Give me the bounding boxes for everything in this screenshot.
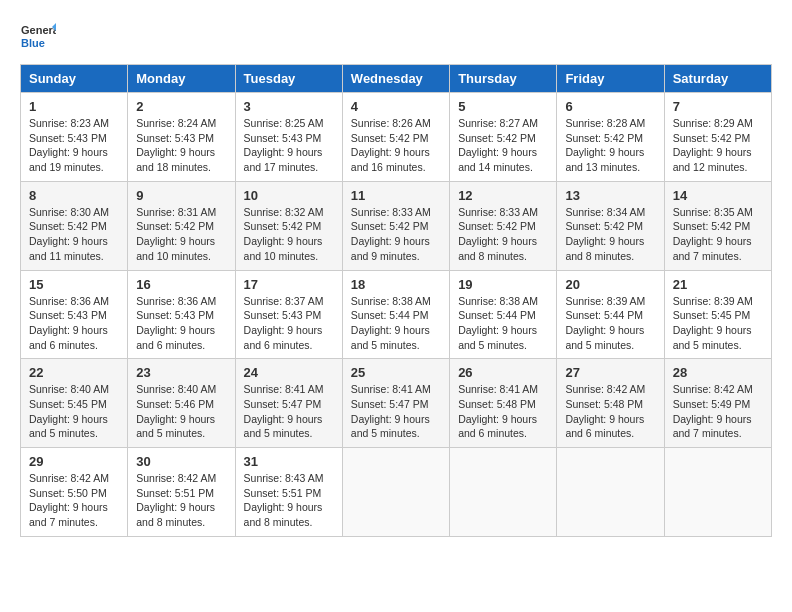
- weekday-header-row: SundayMondayTuesdayWednesdayThursdayFrid…: [21, 65, 772, 93]
- day-info: Sunrise: 8:42 AMSunset: 5:51 PMDaylight:…: [136, 472, 216, 528]
- calendar-day-cell: 7 Sunrise: 8:29 AMSunset: 5:42 PMDayligh…: [664, 93, 771, 182]
- weekday-header: Friday: [557, 65, 664, 93]
- weekday-header: Saturday: [664, 65, 771, 93]
- day-info: Sunrise: 8:42 AMSunset: 5:48 PMDaylight:…: [565, 383, 645, 439]
- day-info: Sunrise: 8:29 AMSunset: 5:42 PMDaylight:…: [673, 117, 753, 173]
- day-number: 31: [244, 454, 334, 469]
- day-number: 22: [29, 365, 119, 380]
- calendar-day-cell: 19 Sunrise: 8:38 AMSunset: 5:44 PMDaylig…: [450, 270, 557, 359]
- day-info: Sunrise: 8:33 AMSunset: 5:42 PMDaylight:…: [351, 206, 431, 262]
- day-number: 1: [29, 99, 119, 114]
- day-info: Sunrise: 8:43 AMSunset: 5:51 PMDaylight:…: [244, 472, 324, 528]
- weekday-header: Tuesday: [235, 65, 342, 93]
- calendar-day-cell: 24 Sunrise: 8:41 AMSunset: 5:47 PMDaylig…: [235, 359, 342, 448]
- day-number: 18: [351, 277, 441, 292]
- day-info: Sunrise: 8:33 AMSunset: 5:42 PMDaylight:…: [458, 206, 538, 262]
- calendar-day-cell: 20 Sunrise: 8:39 AMSunset: 5:44 PMDaylig…: [557, 270, 664, 359]
- page-header: General Blue: [20, 20, 772, 56]
- day-info: Sunrise: 8:37 AMSunset: 5:43 PMDaylight:…: [244, 295, 324, 351]
- day-number: 19: [458, 277, 548, 292]
- day-number: 28: [673, 365, 763, 380]
- calendar-day-cell: 28 Sunrise: 8:42 AMSunset: 5:49 PMDaylig…: [664, 359, 771, 448]
- day-number: 17: [244, 277, 334, 292]
- calendar-day-cell: 25 Sunrise: 8:41 AMSunset: 5:47 PMDaylig…: [342, 359, 449, 448]
- day-info: Sunrise: 8:32 AMSunset: 5:42 PMDaylight:…: [244, 206, 324, 262]
- calendar-day-cell: 14 Sunrise: 8:35 AMSunset: 5:42 PMDaylig…: [664, 181, 771, 270]
- calendar-day-cell: 29 Sunrise: 8:42 AMSunset: 5:50 PMDaylig…: [21, 448, 128, 537]
- calendar-day-cell: 4 Sunrise: 8:26 AMSunset: 5:42 PMDayligh…: [342, 93, 449, 182]
- calendar-day-cell: 3 Sunrise: 8:25 AMSunset: 5:43 PMDayligh…: [235, 93, 342, 182]
- calendar-week-row: 8 Sunrise: 8:30 AMSunset: 5:42 PMDayligh…: [21, 181, 772, 270]
- day-number: 12: [458, 188, 548, 203]
- calendar-day-cell: 30 Sunrise: 8:42 AMSunset: 5:51 PMDaylig…: [128, 448, 235, 537]
- day-info: Sunrise: 8:38 AMSunset: 5:44 PMDaylight:…: [458, 295, 538, 351]
- day-number: 20: [565, 277, 655, 292]
- calendar-day-cell: 6 Sunrise: 8:28 AMSunset: 5:42 PMDayligh…: [557, 93, 664, 182]
- svg-text:General: General: [21, 24, 56, 36]
- day-number: 14: [673, 188, 763, 203]
- calendar-table: SundayMondayTuesdayWednesdayThursdayFrid…: [20, 64, 772, 537]
- day-number: 25: [351, 365, 441, 380]
- weekday-header: Monday: [128, 65, 235, 93]
- day-number: 24: [244, 365, 334, 380]
- calendar-day-cell: 21 Sunrise: 8:39 AMSunset: 5:45 PMDaylig…: [664, 270, 771, 359]
- weekday-header: Wednesday: [342, 65, 449, 93]
- day-number: 9: [136, 188, 226, 203]
- day-info: Sunrise: 8:41 AMSunset: 5:47 PMDaylight:…: [244, 383, 324, 439]
- calendar-day-cell: 31 Sunrise: 8:43 AMSunset: 5:51 PMDaylig…: [235, 448, 342, 537]
- calendar-day-cell: 1 Sunrise: 8:23 AMSunset: 5:43 PMDayligh…: [21, 93, 128, 182]
- calendar-day-cell: 27 Sunrise: 8:42 AMSunset: 5:48 PMDaylig…: [557, 359, 664, 448]
- day-info: Sunrise: 8:31 AMSunset: 5:42 PMDaylight:…: [136, 206, 216, 262]
- day-info: Sunrise: 8:41 AMSunset: 5:48 PMDaylight:…: [458, 383, 538, 439]
- calendar-day-cell: 18 Sunrise: 8:38 AMSunset: 5:44 PMDaylig…: [342, 270, 449, 359]
- calendar-day-cell: [664, 448, 771, 537]
- calendar-week-row: 29 Sunrise: 8:42 AMSunset: 5:50 PMDaylig…: [21, 448, 772, 537]
- day-info: Sunrise: 8:36 AMSunset: 5:43 PMDaylight:…: [29, 295, 109, 351]
- logo-icon: General Blue: [20, 20, 56, 56]
- day-info: Sunrise: 8:23 AMSunset: 5:43 PMDaylight:…: [29, 117, 109, 173]
- day-number: 2: [136, 99, 226, 114]
- calendar-day-cell: 13 Sunrise: 8:34 AMSunset: 5:42 PMDaylig…: [557, 181, 664, 270]
- svg-text:Blue: Blue: [21, 37, 45, 49]
- day-number: 21: [673, 277, 763, 292]
- calendar-week-row: 22 Sunrise: 8:40 AMSunset: 5:45 PMDaylig…: [21, 359, 772, 448]
- day-info: Sunrise: 8:39 AMSunset: 5:45 PMDaylight:…: [673, 295, 753, 351]
- day-number: 26: [458, 365, 548, 380]
- day-info: Sunrise: 8:26 AMSunset: 5:42 PMDaylight:…: [351, 117, 431, 173]
- day-info: Sunrise: 8:25 AMSunset: 5:43 PMDaylight:…: [244, 117, 324, 173]
- day-info: Sunrise: 8:40 AMSunset: 5:46 PMDaylight:…: [136, 383, 216, 439]
- calendar-day-cell: 2 Sunrise: 8:24 AMSunset: 5:43 PMDayligh…: [128, 93, 235, 182]
- day-info: Sunrise: 8:41 AMSunset: 5:47 PMDaylight:…: [351, 383, 431, 439]
- calendar-day-cell: 12 Sunrise: 8:33 AMSunset: 5:42 PMDaylig…: [450, 181, 557, 270]
- day-number: 15: [29, 277, 119, 292]
- day-info: Sunrise: 8:36 AMSunset: 5:43 PMDaylight:…: [136, 295, 216, 351]
- weekday-header: Sunday: [21, 65, 128, 93]
- day-number: 11: [351, 188, 441, 203]
- day-info: Sunrise: 8:27 AMSunset: 5:42 PMDaylight:…: [458, 117, 538, 173]
- calendar-day-cell: 5 Sunrise: 8:27 AMSunset: 5:42 PMDayligh…: [450, 93, 557, 182]
- day-number: 8: [29, 188, 119, 203]
- calendar-day-cell: 26 Sunrise: 8:41 AMSunset: 5:48 PMDaylig…: [450, 359, 557, 448]
- day-info: Sunrise: 8:42 AMSunset: 5:49 PMDaylight:…: [673, 383, 753, 439]
- day-number: 13: [565, 188, 655, 203]
- weekday-header: Thursday: [450, 65, 557, 93]
- calendar-day-cell: [450, 448, 557, 537]
- day-info: Sunrise: 8:42 AMSunset: 5:50 PMDaylight:…: [29, 472, 109, 528]
- calendar-week-row: 1 Sunrise: 8:23 AMSunset: 5:43 PMDayligh…: [21, 93, 772, 182]
- day-info: Sunrise: 8:24 AMSunset: 5:43 PMDaylight:…: [136, 117, 216, 173]
- day-info: Sunrise: 8:35 AMSunset: 5:42 PMDaylight:…: [673, 206, 753, 262]
- day-number: 16: [136, 277, 226, 292]
- day-info: Sunrise: 8:28 AMSunset: 5:42 PMDaylight:…: [565, 117, 645, 173]
- day-number: 6: [565, 99, 655, 114]
- calendar-day-cell: 9 Sunrise: 8:31 AMSunset: 5:42 PMDayligh…: [128, 181, 235, 270]
- day-number: 23: [136, 365, 226, 380]
- day-info: Sunrise: 8:38 AMSunset: 5:44 PMDaylight:…: [351, 295, 431, 351]
- calendar-day-cell: 15 Sunrise: 8:36 AMSunset: 5:43 PMDaylig…: [21, 270, 128, 359]
- logo: General Blue: [20, 20, 56, 56]
- calendar-day-cell: 10 Sunrise: 8:32 AMSunset: 5:42 PMDaylig…: [235, 181, 342, 270]
- day-number: 3: [244, 99, 334, 114]
- calendar-day-cell: [557, 448, 664, 537]
- calendar-week-row: 15 Sunrise: 8:36 AMSunset: 5:43 PMDaylig…: [21, 270, 772, 359]
- calendar-day-cell: 16 Sunrise: 8:36 AMSunset: 5:43 PMDaylig…: [128, 270, 235, 359]
- calendar-day-cell: 11 Sunrise: 8:33 AMSunset: 5:42 PMDaylig…: [342, 181, 449, 270]
